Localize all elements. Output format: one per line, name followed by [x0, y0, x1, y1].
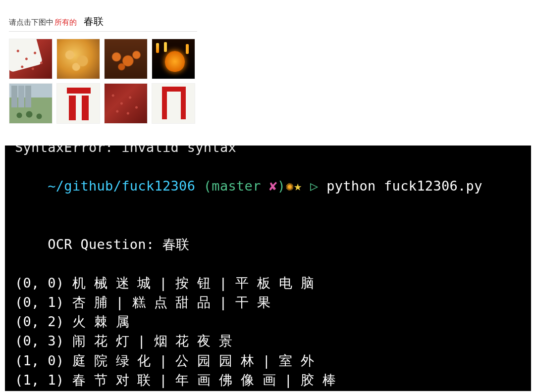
error-line: SyntaxError: invalid syntax — [15, 146, 521, 157]
image-pumpkins[interactable] — [104, 39, 148, 79]
result-labels: 火 棘 属 — [64, 314, 129, 329]
sun-icon: ✺ — [285, 178, 294, 194]
image-garden[interactable] — [9, 83, 53, 124]
image-couplet-frame[interactable] — [152, 83, 195, 124]
image-jackolantern[interactable] — [152, 39, 195, 79]
prompt-target: 春联 — [84, 16, 104, 27]
divider — [9, 31, 197, 32]
prompt-path: ~/github/fuck12306 — [48, 178, 195, 194]
branch-open: ( — [195, 178, 212, 194]
ocr-value: 春联 — [162, 237, 190, 252]
branch-close: ) — [277, 178, 286, 194]
result-line: (0, 1) 杏 脯 | 糕 点 甜 品 | 干 果 — [15, 293, 521, 312]
result-coord: (0, 1) — [15, 294, 64, 310]
terminal[interactable]: SyntaxError: invalid syntax ~/github/fuc… — [5, 146, 531, 391]
result-labels: 杏 脯 | 糕 点 甜 品 | 干 果 — [64, 294, 270, 310]
result-line: (0, 2) 火 棘 属 — [15, 312, 521, 331]
image-pastry[interactable] — [56, 39, 100, 79]
captcha-prompt: 请点击下图中所有的 春联 — [9, 15, 526, 28]
captcha-area: 请点击下图中所有的 春联 — [0, 0, 535, 129]
result-labels: 闹 花 灯 | 烟 花 夜 景 — [64, 333, 232, 348]
star-icon: ★ — [294, 178, 302, 194]
result-labels: 机 械 迷 城 | 按 钮 | 平 板 电 脑 — [64, 275, 314, 291]
ocr-question-line: OCR Question: 春联 — [15, 215, 521, 273]
result-coord: (0, 2) — [15, 314, 64, 329]
prompt-emphasis: 所有的 — [54, 18, 77, 26]
result-coord: (0, 3) — [15, 333, 64, 348]
captcha-grid — [9, 39, 526, 124]
result-coord: (1, 0) — [15, 353, 64, 368]
prompt-line: ~/github/fuck12306 (master ✘)✺★ ▷ python… — [15, 157, 521, 215]
result-labels: 庭 院 绿 化 | 公 园 园 林 | 室 外 — [64, 353, 314, 368]
triangle-icon: ▷ — [302, 178, 327, 194]
result-line: (0, 3) 闹 花 灯 | 烟 花 夜 景 — [15, 331, 521, 350]
result-coord: (0, 0) — [15, 275, 64, 291]
prompt-prefix: 请点击下图中 — [9, 18, 54, 26]
result-line: (1, 0) 庭 院 绿 化 | 公 园 园 林 | 室 外 — [15, 351, 521, 370]
result-coord: (1, 1) — [15, 372, 64, 388]
x-icon: ✘ — [269, 178, 277, 194]
branch-name: master — [212, 178, 269, 194]
ocr-label: OCR Question: — [48, 237, 162, 252]
command-text: python fuck12306.py — [326, 178, 482, 194]
result-line: (0, 0) 机 械 迷 城 | 按 钮 | 平 板 电 脑 — [15, 273, 521, 293]
image-couplet[interactable] — [56, 83, 100, 124]
result-line: (1, 2) 赤 小 豆 | 赤 豆 | 豆 子 类 — [15, 390, 521, 391]
results-list: (0, 0) 机 械 迷 城 | 按 钮 | 平 板 电 脑(0, 1) 杏 脯… — [15, 273, 521, 391]
result-line: (1, 1) 春 节 对 联 | 年 画 佛 像 画 | 胶 棒 — [15, 370, 521, 390]
image-beans[interactable] — [104, 83, 148, 124]
result-labels: 春 节 对 联 | 年 画 佛 像 画 | 胶 棒 — [64, 372, 336, 388]
image-beans-bowl[interactable] — [9, 39, 53, 79]
